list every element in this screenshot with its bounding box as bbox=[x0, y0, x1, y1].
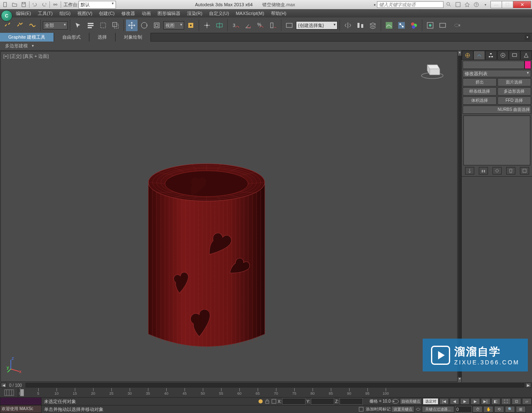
hscroll-track[interactable] bbox=[25, 383, 525, 388]
curve-editor-icon[interactable] bbox=[383, 20, 395, 31]
remove-mod-icon[interactable] bbox=[506, 167, 515, 175]
menu-animation[interactable]: 动画 bbox=[138, 10, 154, 17]
isolate-icon[interactable]: ◧ bbox=[491, 398, 501, 405]
play-animation-icon[interactable]: ▶ bbox=[460, 398, 470, 405]
menu-help[interactable]: 帮助(H) bbox=[268, 10, 290, 17]
align-icon[interactable] bbox=[355, 20, 366, 31]
mod-btn-extrude[interactable]: 挤出 bbox=[463, 78, 497, 86]
render-production-icon[interactable] bbox=[449, 20, 466, 31]
angle-snap-icon[interactable] bbox=[242, 20, 254, 31]
viewport-vscroll[interactable]: ▲ ▼ bbox=[458, 51, 461, 382]
mod-btn-patch-select[interactable]: 面片选择 bbox=[498, 78, 532, 86]
vscroll-up-icon[interactable]: ▲ bbox=[458, 51, 461, 56]
abs-rel-icon[interactable] bbox=[271, 398, 277, 404]
link-icon[interactable] bbox=[51, 1, 60, 8]
viewport[interactable]: [+] [正交] [真实 + 边面] z x y bbox=[0, 51, 458, 382]
tab-freeform[interactable]: 自由形式 bbox=[54, 33, 89, 42]
time-config-button-icon[interactable]: ⏱ bbox=[473, 406, 483, 413]
cmd-tab-hierarchy[interactable] bbox=[485, 51, 497, 60]
menu-maxscript[interactable]: MAXScript(M) bbox=[232, 10, 267, 17]
time-config-icon[interactable] bbox=[0, 388, 18, 397]
rotate-tool-icon[interactable] bbox=[138, 20, 150, 31]
cmd-tab-display[interactable] bbox=[509, 51, 520, 60]
scale-tool-icon[interactable] bbox=[151, 20, 163, 31]
viewport-max-icon[interactable]: ⛶ bbox=[501, 398, 511, 405]
lock-selection-icon[interactable] bbox=[258, 398, 264, 404]
selection-filter-dropdown[interactable]: 全部 bbox=[43, 21, 68, 30]
orbit-icon[interactable]: ⟲ bbox=[494, 406, 504, 413]
move-tool-icon[interactable] bbox=[126, 20, 138, 31]
goto-end-icon[interactable]: ▶| bbox=[481, 398, 490, 405]
viewcube[interactable] bbox=[420, 56, 445, 81]
mod-btn-nurbs-select[interactable]: NURBS 曲面选择 bbox=[463, 106, 531, 114]
menu-rendering[interactable]: 渲染(R) bbox=[184, 10, 206, 17]
percent-snap-icon[interactable]: % bbox=[255, 20, 266, 31]
prev-frame-icon[interactable]: ◀ bbox=[450, 398, 459, 405]
layer-manager-icon[interactable] bbox=[367, 20, 379, 31]
next-frame-icon[interactable]: ▶ bbox=[470, 398, 480, 405]
viewport-label[interactable]: [+] [正交] [真实 + 边面] bbox=[3, 53, 49, 59]
key-mode-icon[interactable] bbox=[391, 398, 399, 405]
pin-stack-icon[interactable] bbox=[465, 167, 474, 175]
spinner-snap-icon[interactable] bbox=[267, 20, 279, 31]
menu-tools[interactable]: 工具(T) bbox=[34, 10, 56, 17]
selected-label[interactable]: 选定对 bbox=[423, 398, 438, 405]
application-menu-button[interactable] bbox=[1, 10, 12, 22]
fov-icon[interactable]: ▱ bbox=[522, 398, 532, 405]
mod-btn-spline-select[interactable]: 样条线选择 bbox=[463, 87, 497, 96]
render-frame-icon[interactable] bbox=[437, 20, 448, 31]
open-file-icon[interactable] bbox=[10, 1, 19, 8]
object-color-swatch[interactable] bbox=[525, 61, 531, 69]
ribbon-poly-modeling[interactable]: 多边形建模 bbox=[2, 42, 30, 50]
goto-start-icon[interactable]: |◀ bbox=[439, 398, 449, 405]
time-ruler[interactable]: 0510152025303540455055606570758085909510… bbox=[18, 388, 532, 397]
set-key-button[interactable]: 设置关键点 bbox=[391, 406, 414, 413]
modifier-list-dropdown[interactable]: 修改器列表 bbox=[463, 70, 531, 77]
exchange-icon[interactable] bbox=[454, 1, 462, 8]
menu-graph-editors[interactable]: 图形编辑器 bbox=[154, 10, 184, 17]
menu-group[interactable]: 组(G) bbox=[56, 10, 74, 17]
tab-selection[interactable]: 选择 bbox=[89, 33, 116, 42]
menu-edit[interactable]: 编辑(E) bbox=[12, 10, 34, 17]
material-editor-icon[interactable] bbox=[408, 20, 420, 31]
mod-btn-poly-select[interactable]: 多边形选择 bbox=[498, 87, 532, 96]
named-selset-dropdown[interactable]: {创建选择集} bbox=[296, 21, 337, 30]
help-dropdown-icon[interactable]: ▼ bbox=[482, 1, 489, 8]
select-object-icon[interactable] bbox=[72, 20, 84, 31]
rendered-object[interactable] bbox=[138, 151, 275, 359]
zoom-region-icon[interactable]: 🔍 bbox=[505, 406, 515, 413]
cmd-tab-modify[interactable] bbox=[473, 51, 485, 60]
close-button[interactable]: ✕ bbox=[513, 1, 531, 8]
max-viewport-icon[interactable]: ⊞ bbox=[516, 406, 526, 413]
favorite-icon[interactable] bbox=[463, 1, 471, 8]
status-welcome[interactable]: 欢迎使用 MAXSc bbox=[0, 405, 42, 413]
mirror-icon[interactable] bbox=[342, 20, 354, 31]
manipulate-icon[interactable] bbox=[201, 20, 213, 31]
workspace-dropdown[interactable]: 默认 bbox=[79, 1, 116, 9]
status-script-listener[interactable] bbox=[0, 397, 42, 405]
help-search-input[interactable] bbox=[377, 1, 443, 8]
save-icon[interactable] bbox=[19, 1, 28, 8]
unlink-tool-icon[interactable] bbox=[14, 20, 26, 31]
schematic-view-icon[interactable] bbox=[396, 20, 407, 31]
menu-views[interactable]: 视图(V) bbox=[74, 10, 96, 17]
add-time-tag-label[interactable]: 添加时间标记 bbox=[366, 406, 391, 412]
time-slider-handle[interactable] bbox=[20, 389, 24, 396]
coord-x-input[interactable] bbox=[282, 398, 305, 405]
cmd-tab-utilities[interactable] bbox=[520, 51, 532, 60]
render-setup-icon[interactable] bbox=[424, 20, 436, 31]
zoom-extents-icon[interactable]: ⊡ bbox=[512, 398, 521, 405]
vscroll-down-icon[interactable]: ▼ bbox=[458, 377, 461, 382]
key-filters-icon[interactable] bbox=[415, 406, 421, 412]
help-icon[interactable]: ? bbox=[473, 1, 480, 8]
make-unique-icon[interactable] bbox=[493, 167, 502, 175]
keyboard-shortcut-icon[interactable] bbox=[214, 20, 225, 31]
new-file-icon[interactable] bbox=[1, 1, 10, 8]
mod-btn-vol-select[interactable]: 体积选择 bbox=[463, 96, 497, 105]
time-slider[interactable]: 0510152025303540455055606570758085909510… bbox=[0, 388, 532, 397]
current-frame-input[interactable] bbox=[455, 406, 472, 413]
cmd-tab-motion[interactable] bbox=[497, 51, 509, 60]
rect-select-icon[interactable] bbox=[97, 20, 109, 31]
modifier-stack[interactable] bbox=[463, 116, 530, 165]
ref-coord-dropdown[interactable]: 视图 bbox=[163, 21, 184, 30]
